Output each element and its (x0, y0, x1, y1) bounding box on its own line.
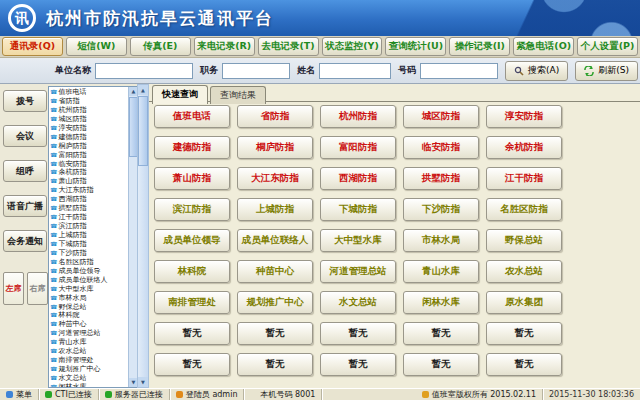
quick-dial-button[interactable]: 西湖防指 (320, 167, 396, 190)
tree-item[interactable]: ☎建德防指 (50, 133, 128, 142)
tree-item[interactable]: ☎野保总站 (50, 303, 128, 312)
sidebar-button-voice-broadcast[interactable]: 语音广播 (3, 195, 47, 217)
tree-item[interactable]: ☎青山水库 (50, 338, 128, 347)
unit-name-input[interactable] (95, 63, 193, 79)
tab-quick-query[interactable]: 快速查询 (152, 85, 208, 104)
quick-dial-button[interactable]: 林科院 (154, 260, 230, 283)
quick-dial-button[interactable]: 成员单位领导 (154, 229, 230, 252)
quick-dial-button[interactable]: 上城防指 (237, 198, 313, 221)
tree-item[interactable]: ☎规划推广中心 (50, 365, 128, 374)
sidebar-button-group-call[interactable]: 组呼 (3, 160, 47, 182)
main-scroll-thumb[interactable] (138, 96, 148, 166)
tree-item[interactable]: ☎临安防指 (50, 160, 128, 169)
tree-scrollbar[interactable]: ▲ ▼ (128, 87, 137, 387)
quick-dial-button[interactable]: 农水总站 (486, 260, 562, 283)
quick-dial-button[interactable]: 江干防指 (486, 167, 562, 190)
tree-item[interactable]: ☎江干防指 (50, 213, 128, 222)
tree-item[interactable]: ☎下城防指 (50, 240, 128, 249)
tree-item[interactable]: ☎成员单位领导 (50, 267, 128, 276)
left-seat-button[interactable]: 左席 (3, 272, 24, 305)
quick-dial-button[interactable]: 暂无 (154, 322, 230, 345)
quick-dial-button[interactable]: 野保总站 (486, 229, 562, 252)
quick-dial-button[interactable]: 南排管理处 (154, 291, 230, 314)
quick-dial-button[interactable]: 暂无 (320, 353, 396, 376)
sidebar-button-meeting[interactable]: 会议 (3, 125, 47, 147)
quick-dial-button[interactable]: 原水集团 (486, 291, 562, 314)
quick-dial-button[interactable]: 杭州防指 (320, 105, 396, 128)
tree-item[interactable]: ☎桐庐防指 (50, 142, 128, 151)
main-panel-scrollbar[interactable]: ▲ ▼ (137, 84, 149, 388)
quick-dial-button[interactable]: 规划推广中心 (237, 291, 313, 314)
quick-dial-button[interactable]: 成员单位联络人 (237, 229, 313, 252)
quick-dial-button[interactable]: 青山水库 (403, 260, 479, 283)
tree-item[interactable]: ☎淳安防指 (50, 124, 128, 133)
tree-item[interactable]: ☎西湖防指 (50, 195, 128, 204)
status-segment-menu[interactable]: 菜单 (0, 389, 39, 400)
tree-item[interactable]: ☎大中型水库 (50, 285, 128, 294)
refresh-button[interactable]: 刷新(S) (575, 61, 638, 81)
toolbar-button-emergency-phone[interactable]: 紧急电话(O) (513, 37, 574, 56)
tab-query-result[interactable]: 查询结果 (210, 86, 266, 104)
toolbar-button-incoming-calls[interactable]: 来电记录(R) (194, 37, 255, 56)
tree-item[interactable]: ☎城区防指 (50, 115, 128, 124)
scroll-up-icon[interactable]: ▲ (138, 85, 148, 95)
tree-item[interactable]: ☎林科院 (50, 311, 128, 320)
toolbar-button-contacts[interactable]: 通讯录(Q) (2, 37, 63, 56)
toolbar-button-outgoing-calls[interactable]: 去电记录(T) (258, 37, 319, 56)
quick-dial-button[interactable]: 河道管理总站 (320, 260, 396, 283)
scroll-down-icon[interactable]: ▼ (138, 377, 148, 387)
tree-item[interactable]: ☎市林水局 (50, 294, 128, 303)
tree-item[interactable]: ☎省防指 (50, 97, 128, 106)
quick-dial-button[interactable]: 大江东防指 (237, 167, 313, 190)
quick-dial-button[interactable]: 名胜区防指 (486, 198, 562, 221)
quick-dial-button[interactable]: 萧山防指 (154, 167, 230, 190)
tree-item[interactable]: ☎上城防指 (50, 231, 128, 240)
quick-dial-button[interactable]: 拱墅防指 (403, 167, 479, 190)
quick-dial-button[interactable]: 暂无 (237, 322, 313, 345)
quick-dial-button[interactable]: 暂无 (403, 353, 479, 376)
tree-item[interactable]: ☎滨江防指 (50, 222, 128, 231)
tree-item[interactable]: ☎成员单位联络人 (50, 276, 128, 285)
quick-dial-button[interactable]: 桐庐防指 (237, 136, 313, 159)
quick-dial-button[interactable]: 值班电话 (154, 105, 230, 128)
tree-item[interactable]: ☎萧山防指 (50, 177, 128, 186)
quick-dial-button[interactable]: 水文总站 (320, 291, 396, 314)
tree-item[interactable]: ☎河道管理总站 (50, 329, 128, 338)
quick-dial-button[interactable]: 临安防指 (403, 136, 479, 159)
name-input[interactable] (319, 63, 391, 79)
quick-dial-button[interactable]: 暂无 (237, 353, 313, 376)
quick-dial-button[interactable]: 城区防指 (403, 105, 479, 128)
quick-dial-button[interactable]: 暂无 (154, 353, 230, 376)
quick-dial-button[interactable]: 省防指 (237, 105, 313, 128)
quick-dial-button[interactable]: 市林水局 (403, 229, 479, 252)
quick-dial-button[interactable]: 余杭防指 (486, 136, 562, 159)
tree-item[interactable]: ☎值班电话 (50, 88, 128, 97)
tree-item[interactable]: ☎名胜区防指 (50, 258, 128, 267)
tree-item[interactable]: ☎下沙防指 (50, 249, 128, 258)
quick-dial-button[interactable]: 大中型水库 (320, 229, 396, 252)
right-seat-button[interactable]: 右席 (27, 272, 48, 305)
tree-item[interactable]: ☎大江东防指 (50, 186, 128, 195)
quick-dial-button[interactable]: 下沙防指 (403, 198, 479, 221)
quick-dial-button[interactable]: 暂无 (320, 322, 396, 345)
toolbar-button-personal-settings[interactable]: 个人设置(P) (577, 37, 638, 56)
quick-dial-button[interactable]: 滨江防指 (154, 198, 230, 221)
tree-item[interactable]: ☎余杭防指 (50, 168, 128, 177)
toolbar-button-operation-log[interactable]: 操作记录(I) (449, 37, 510, 56)
toolbar-button-status-monitor[interactable]: 状态监控(Y) (322, 37, 383, 56)
quick-dial-button[interactable]: 暂无 (486, 353, 562, 376)
tree-item[interactable]: ☎水文总站 (50, 374, 128, 383)
toolbar-button-sms[interactable]: 短信(W) (66, 37, 127, 56)
sidebar-button-meeting-notice[interactable]: 会务通知 (3, 230, 47, 252)
toolbar-button-query-stats[interactable]: 查询统计(U) (385, 37, 446, 56)
toolbar-button-fax[interactable]: 传真(E) (130, 37, 191, 56)
number-input[interactable] (420, 63, 498, 79)
tree-item[interactable]: ☎拱墅防指 (50, 204, 128, 213)
tree-item[interactable]: ☎南排管理处 (50, 356, 128, 365)
quick-dial-button[interactable]: 暂无 (486, 322, 562, 345)
quick-dial-button[interactable]: 富阳防指 (320, 136, 396, 159)
quick-dial-button[interactable]: 闲林水库 (403, 291, 479, 314)
position-input[interactable] (222, 63, 290, 79)
quick-dial-button[interactable]: 建德防指 (154, 136, 230, 159)
sidebar-button-dial[interactable]: 拨号 (3, 90, 47, 112)
